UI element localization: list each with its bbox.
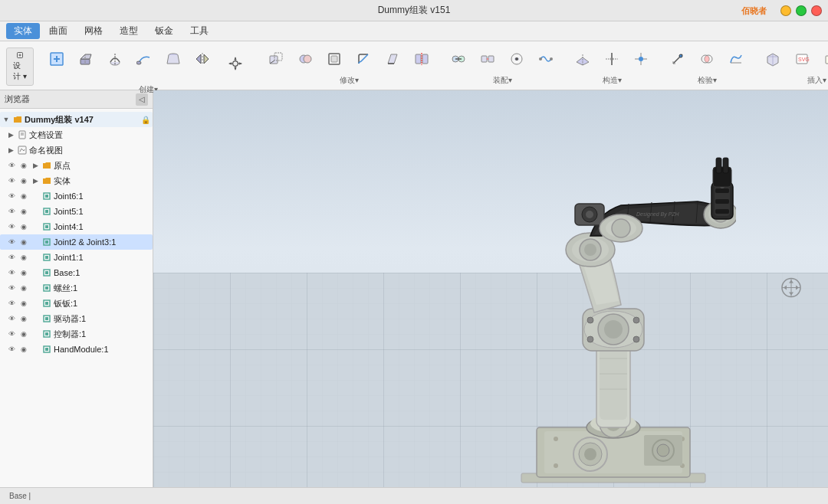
shell-button[interactable] xyxy=(320,44,348,74)
eye-icon[interactable]: 👁 xyxy=(6,222,17,231)
eye-icon[interactable]: 👁 xyxy=(6,345,17,354)
tree-item-base[interactable]: 👁 ◉ Base:1 xyxy=(0,265,153,280)
vis-icon[interactable]: ◉ xyxy=(18,345,29,354)
svg-point-99 xyxy=(587,336,593,342)
design-dropdown[interactable]: 设计 ▾ xyxy=(6,47,34,86)
component-icon xyxy=(41,252,52,263)
expand-icon[interactable]: ▼ xyxy=(2,115,11,124)
svg-point-98 xyxy=(633,317,639,323)
toolbar-assembly-label: 装配▾ xyxy=(445,75,560,86)
eye-icon[interactable]: 👁 xyxy=(6,299,17,308)
measure-button[interactable] xyxy=(664,44,692,74)
menu-item-tools[interactable]: 工具 xyxy=(182,23,216,39)
svg-point-97 xyxy=(587,317,593,323)
tree-item-joint23[interactable]: 👁 ◉ Joint2 & Joint3:1 xyxy=(0,234,153,250)
menu-item-solid[interactable]: 实体 xyxy=(6,23,40,39)
eye-icon[interactable]: 👁 xyxy=(6,176,17,185)
maximize-button[interactable] xyxy=(796,5,807,16)
motion-link-button[interactable] xyxy=(532,44,560,74)
menu-item-mesh[interactable]: 网格 xyxy=(77,23,110,39)
vis-icon[interactable]: ◉ xyxy=(18,299,29,308)
close-button[interactable] xyxy=(811,5,822,16)
eye-icon[interactable]: 👁 xyxy=(6,314,17,323)
eye-icon[interactable]: 👁 xyxy=(6,283,17,293)
eye-icon[interactable]: 👁 xyxy=(6,207,17,216)
joint-button[interactable] xyxy=(445,44,472,74)
tree-item-sheetmetal2[interactable]: 👁 ◉ 钣钣:1 xyxy=(0,296,153,311)
tree-root-item[interactable]: ▼ Dummy组装 v147 🔒 xyxy=(0,112,153,127)
root-label: Dummy组装 v147 xyxy=(25,114,139,126)
tree-item-joint4[interactable]: 👁 ◉ Joint4:1 xyxy=(0,219,153,234)
svg-rect-125 xyxy=(715,188,729,193)
vis-icon[interactable]: ◉ xyxy=(18,314,29,323)
vis-icon[interactable]: ◉ xyxy=(18,191,29,201)
vis-icon[interactable]: ◉ xyxy=(18,268,29,277)
tree-item-joint6[interactable]: 👁 ◉ Joint6:1 xyxy=(0,188,153,204)
mirror-button[interactable] xyxy=(189,44,216,74)
sweep-button[interactable] xyxy=(130,44,158,74)
rigid-group-button[interactable] xyxy=(474,44,501,74)
expand-icon[interactable]: ▶ xyxy=(31,176,40,185)
menu-item-shape[interactable]: 造型 xyxy=(112,23,146,39)
tree-item-driver[interactable]: 👁 ◉ 驱动器:1 xyxy=(0,311,153,326)
tree-item-joint5[interactable]: 👁 ◉ Joint5:1 xyxy=(0,204,153,219)
drive-button[interactable] xyxy=(503,44,531,74)
vis-icon[interactable]: ◉ xyxy=(18,329,29,339)
plane-button[interactable] xyxy=(569,44,596,74)
tree-item-joint1[interactable]: 👁 ◉ Joint1:1 xyxy=(0,250,153,265)
solid-label: 实体 xyxy=(54,175,151,187)
vis-icon[interactable]: ◉ xyxy=(18,237,29,247)
transform-button[interactable] xyxy=(218,44,253,83)
eye-icon[interactable]: 👁 xyxy=(6,161,17,170)
vis-icon[interactable]: ◉ xyxy=(18,283,29,293)
vis-icon[interactable]: ◉ xyxy=(18,253,29,262)
tree-item-named-views[interactable]: ▶ 命名视图 xyxy=(0,142,153,158)
viewport[interactable]: Designed By PZH xyxy=(153,90,828,487)
tree-item-handmodule[interactable]: 👁 ◉ HandModule:1 xyxy=(0,342,153,357)
axis-button[interactable] xyxy=(598,44,626,74)
vis-icon[interactable]: ◉ xyxy=(18,207,29,216)
svg-text:Designed By PZH: Designed By PZH xyxy=(636,211,680,218)
eye-icon[interactable]: 👁 xyxy=(6,253,17,262)
new-sketch-button[interactable] xyxy=(43,44,71,74)
eye-icon[interactable]: 👁 xyxy=(6,268,17,277)
menu-item-surface[interactable]: 曲面 xyxy=(41,23,75,39)
scale-button[interactable] xyxy=(262,44,290,74)
decal-button[interactable] xyxy=(817,44,828,74)
tree-item-doc-settings[interactable]: ▶ 文档设置 xyxy=(0,127,153,142)
revolve-button[interactable] xyxy=(101,44,129,74)
tree-item-screw[interactable]: 👁 ◉ 螺丝:1 xyxy=(0,280,153,296)
insert-mesh-button[interactable] xyxy=(759,44,787,74)
svg-point-104 xyxy=(584,244,596,256)
tree-item-controller[interactable]: 👁 ◉ 控制器:1 xyxy=(0,326,153,342)
split-button[interactable] xyxy=(408,44,435,74)
interference-button[interactable] xyxy=(693,44,721,74)
loft-button[interactable] xyxy=(159,44,187,74)
expand-icon[interactable]: ▶ xyxy=(31,161,40,170)
vis-icon[interactable]: ◉ xyxy=(18,176,29,185)
vis-icon[interactable]: ◉ xyxy=(18,161,29,170)
draft-button[interactable] xyxy=(379,44,406,74)
fillet-button[interactable] xyxy=(350,44,377,74)
point-button[interactable] xyxy=(627,44,655,74)
minimize-button[interactable] xyxy=(780,5,791,16)
tree-item-origin[interactable]: 👁 ◉ ▶ 原点 xyxy=(0,158,153,173)
expand-icon[interactable]: ▶ xyxy=(6,130,15,139)
curvature-button[interactable] xyxy=(722,44,750,74)
sidebar: 浏览器 ◁ ▼ Dummy组装 v147 🔒 ▶ 文档设置 xyxy=(0,90,153,487)
eye-icon[interactable]: 👁 xyxy=(6,329,17,339)
toolbar-insert-label: 插入▾ xyxy=(759,75,828,86)
component-icon xyxy=(41,191,52,201)
tree-item-solid[interactable]: 👁 ◉ ▶ 实体 xyxy=(0,173,153,188)
eye-icon[interactable]: 👁 xyxy=(6,191,17,201)
menu-item-sheetmetal[interactable]: 钣金 xyxy=(147,23,181,39)
eye-icon[interactable]: 👁 xyxy=(6,237,17,247)
svg-point-75 xyxy=(554,437,558,441)
extrude-button[interactable] xyxy=(72,44,100,74)
handmodule-label: HandModule:1 xyxy=(54,345,151,354)
orbit-icon[interactable] xyxy=(776,273,807,306)
expand-icon[interactable]: ▶ xyxy=(6,146,15,155)
combine-button[interactable] xyxy=(291,44,319,74)
insert-svg-button[interactable]: SVG xyxy=(788,44,816,74)
vis-icon[interactable]: ◉ xyxy=(18,222,29,231)
